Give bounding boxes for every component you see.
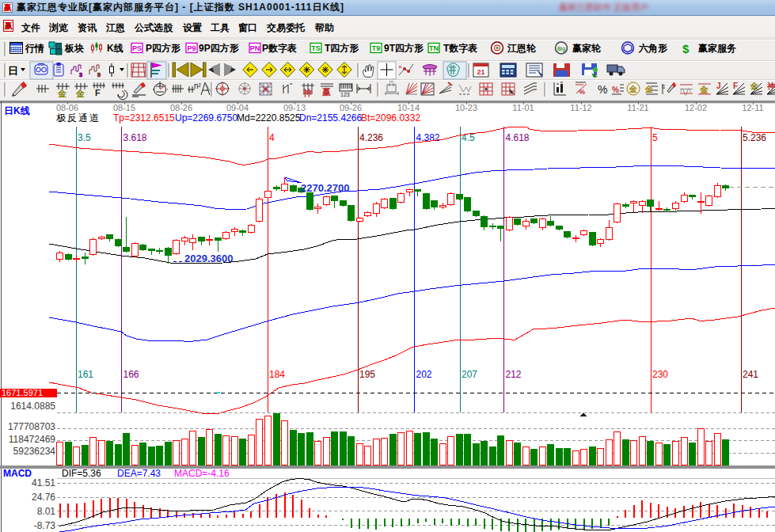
svg-text:12-11: 12-11	[742, 103, 763, 112]
svg-text:F: F	[95, 88, 101, 97]
svg-text:9: 9	[97, 72, 101, 78]
svg-text:184: 184	[269, 369, 285, 380]
svg-text:金: 金	[629, 85, 637, 93]
svg-text:08-26: 08-26	[170, 103, 192, 112]
svg-text:$: $	[682, 42, 690, 55]
svg-text:1614.0885: 1614.0885	[10, 401, 55, 412]
svg-text:金: 金	[75, 89, 85, 98]
svg-text:J: J	[716, 82, 721, 90]
svg-text:11-01: 11-01	[512, 103, 534, 112]
svg-text:3.618: 3.618	[123, 132, 147, 143]
svg-text:T数字表: T数字表	[443, 43, 477, 54]
svg-text:PN: PN	[250, 44, 260, 52]
svg-text:Big: Big	[557, 46, 565, 52]
svg-text:09-26: 09-26	[340, 103, 362, 112]
svg-text:金: 金	[57, 89, 67, 98]
svg-text:n²: n²	[194, 82, 202, 90]
svg-text:PS: PS	[132, 44, 142, 52]
svg-text:六角形: 六角形	[638, 43, 667, 54]
svg-text:59236234: 59236234	[13, 446, 56, 457]
svg-text:9T四方形: 9T四方形	[384, 43, 424, 54]
svg-text:10-23: 10-23	[455, 103, 477, 112]
svg-text:123: 123	[340, 92, 350, 97]
svg-text:1671.5971: 1671.5971	[2, 388, 43, 397]
svg-text:4.618: 4.618	[506, 132, 530, 143]
svg-text:8.01: 8.01	[37, 506, 56, 517]
svg-text:日: 日	[8, 65, 18, 77]
svg-text:极反通道: 极反通道	[56, 112, 101, 124]
svg-text:金: 金	[699, 85, 709, 94]
svg-text:%: %	[579, 88, 585, 96]
svg-text:5.236: 5.236	[743, 132, 766, 143]
svg-text:P数字表: P数字表	[262, 43, 297, 54]
svg-text:21: 21	[477, 68, 484, 76]
svg-text:3.5: 3.5	[78, 132, 91, 143]
svg-text:Dn=2155.4266: Dn=2155.4266	[299, 112, 362, 124]
svg-text:Bt=2096.0332: Bt=2096.0332	[361, 112, 420, 124]
svg-text:118472469: 118472469	[9, 434, 56, 445]
svg-text:神: 神	[302, 88, 312, 97]
svg-text:MACD: MACD	[3, 468, 32, 479]
svg-text:Up=2269.6750: Up=2269.6750	[175, 112, 237, 124]
svg-text:09-13: 09-13	[283, 103, 306, 112]
svg-text:177708703: 177708703	[8, 421, 55, 432]
svg-text:-8.73: -8.73	[34, 520, 56, 531]
svg-text:24.76: 24.76	[32, 492, 55, 503]
svg-text:DEA=7.43: DEA=7.43	[117, 468, 161, 479]
svg-text:4.236: 4.236	[359, 132, 383, 143]
svg-text:9P四方形: 9P四方形	[199, 43, 239, 54]
svg-text:08-06: 08-06	[56, 103, 78, 112]
svg-text:241: 241	[743, 369, 758, 380]
svg-text:P四方形: P四方形	[146, 43, 180, 54]
svg-text:赢: 赢	[321, 87, 331, 97]
svg-text:3: 3	[79, 72, 82, 78]
svg-text:TS: TS	[311, 44, 321, 52]
svg-text:%: %	[598, 83, 607, 96]
svg-text:DIF=5.36: DIF=5.36	[62, 468, 101, 479]
svg-text:195: 195	[359, 369, 375, 380]
svg-text:Md=2220.8525: Md=2220.8525	[237, 112, 301, 124]
svg-text:赢家轮: 赢家轮	[572, 43, 602, 54]
svg-text:10-14: 10-14	[397, 103, 420, 112]
svg-text:F: F	[733, 82, 738, 90]
svg-text:": "	[290, 82, 292, 89]
svg-text:江恩轮: 江恩轮	[507, 43, 537, 54]
svg-text:41.51: 41.51	[32, 477, 55, 488]
svg-text:11-21: 11-21	[627, 103, 648, 112]
svg-text:P9: P9	[187, 44, 196, 52]
svg-text:Tp=2312.6515: Tp=2312.6515	[113, 112, 175, 124]
svg-text:5: 5	[652, 132, 658, 143]
svg-text:MACD=-4.16: MACD=-4.16	[174, 468, 230, 479]
svg-text:11-12: 11-12	[570, 103, 591, 112]
svg-text:赢家服务: 赢家服务	[697, 43, 737, 54]
svg-text:09-04: 09-04	[226, 103, 249, 112]
svg-text:TN: TN	[429, 44, 439, 52]
svg-text:161: 161	[78, 369, 93, 380]
svg-text:4: 4	[269, 132, 275, 143]
svg-text:166: 166	[123, 369, 139, 380]
svg-text:207: 207	[462, 369, 477, 380]
svg-text:212: 212	[506, 369, 522, 380]
svg-text:%: %	[612, 86, 619, 94]
svg-text:行情: 行情	[25, 43, 44, 54]
svg-text:K线: K线	[107, 43, 123, 54]
svg-text:板块: 板块	[64, 43, 84, 54]
svg-text:2270.2700: 2270.2700	[301, 182, 349, 194]
svg-text:日K线: 日K线	[4, 105, 30, 116]
svg-text:T四方形: T四方形	[325, 43, 359, 54]
svg-text:金: 金	[750, 82, 758, 90]
svg-text:08-15: 08-15	[113, 103, 135, 112]
svg-text:230: 230	[652, 369, 668, 380]
svg-text:12-02: 12-02	[685, 103, 707, 112]
svg-text:神: 神	[766, 82, 775, 90]
svg-text:2029.3600: 2029.3600	[184, 253, 233, 264]
svg-text:202: 202	[416, 369, 432, 380]
svg-text:T9: T9	[372, 44, 381, 52]
